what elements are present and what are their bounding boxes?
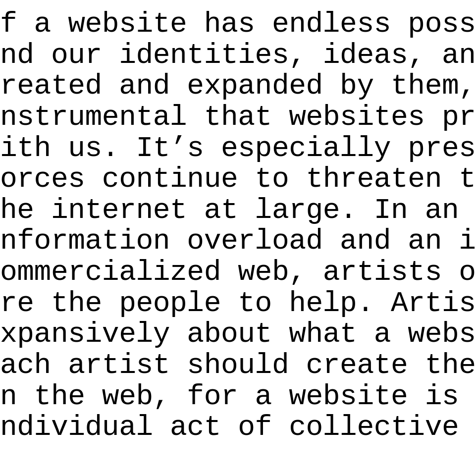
- main-content: f a website has endless possibiliti nd o…: [0, 0, 476, 476]
- article-text: f a website has endless possibiliti nd o…: [0, 9, 476, 443]
